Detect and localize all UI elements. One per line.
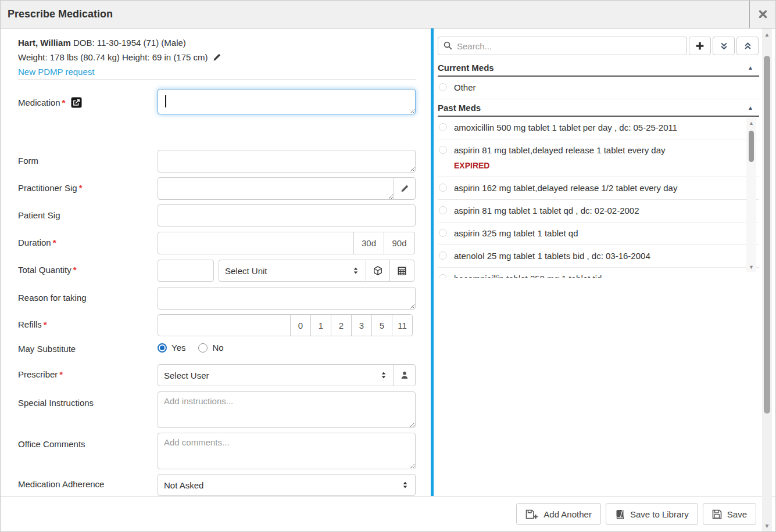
duration-input[interactable] xyxy=(158,232,354,254)
form-input[interactable] xyxy=(158,150,416,172)
medication-label: Medication* xyxy=(18,97,153,108)
expand-all-button[interactable] xyxy=(713,37,735,55)
special-instructions-input[interactable] xyxy=(158,391,416,428)
select-caret-icon xyxy=(400,480,410,490)
medication-adherence-label: Medication Adherence xyxy=(18,479,153,489)
select-caret-icon xyxy=(379,371,388,380)
pencil-icon xyxy=(400,184,409,193)
refills-11-button[interactable]: 11 xyxy=(392,314,413,336)
dialog-header: Prescribe Medication xyxy=(1,1,775,28)
search-icon xyxy=(443,41,453,51)
unit-select[interactable]: Select Unit xyxy=(219,260,366,282)
calculator-icon xyxy=(397,266,407,276)
refills-3-button[interactable]: 3 xyxy=(351,314,372,336)
reason-input[interactable] xyxy=(158,287,416,310)
scrollbar-up-icon[interactable]: ▲ xyxy=(746,119,756,127)
total-quantity-input[interactable] xyxy=(158,260,214,282)
page-scrollbar[interactable]: ▲ ▼ xyxy=(762,28,772,532)
scrollbar-up-icon[interactable]: ▲ xyxy=(762,30,772,39)
past-med-item[interactable]: atenolol 25 mg tablet 1 tablets bid , dc… xyxy=(438,245,759,268)
prescriber-select[interactable]: Select User xyxy=(158,364,394,386)
refills-label: Refills* xyxy=(18,319,153,329)
collapse-all-button[interactable] xyxy=(736,37,759,55)
scrollbar-thumb[interactable] xyxy=(749,131,754,162)
prescribe-medication-dialog: Prescribe Medication Hart, William DOB: … xyxy=(0,0,776,532)
edit-metrics-pencil-icon[interactable] xyxy=(213,53,221,62)
med-radio[interactable] xyxy=(439,184,447,192)
patient-name: Hart, William xyxy=(18,38,71,48)
prescription-form-pane: Hart, William DOB: 11-30-1954 (71) (Male… xyxy=(1,28,431,497)
package-lookup-button[interactable] xyxy=(366,260,390,282)
select-practitioner-button[interactable] xyxy=(394,364,416,386)
refills-2-button[interactable]: 2 xyxy=(331,314,352,336)
required-asterisk: * xyxy=(62,98,66,107)
required-asterisk: * xyxy=(44,319,47,329)
medication-adherence-select[interactable]: Not Asked xyxy=(158,474,416,496)
scrollbar-down-icon[interactable]: ▼ xyxy=(762,522,772,531)
total-quantity-label: Total Quantity* xyxy=(18,265,153,275)
substitute-no-label[interactable]: No xyxy=(212,343,223,353)
close-icon xyxy=(758,9,768,19)
required-asterisk: * xyxy=(59,369,63,379)
chevron-double-up-icon xyxy=(743,41,753,51)
med-radio[interactable] xyxy=(439,274,447,278)
med-text: amoxicillin 500 mg tablet 1 tablet per d… xyxy=(454,122,677,134)
meds-search-input[interactable] xyxy=(438,37,687,55)
past-meds-scrollbar[interactable]: ▲ ▼ xyxy=(746,118,756,272)
add-med-button[interactable] xyxy=(689,37,711,55)
current-med-item-other[interactable]: Other xyxy=(438,77,759,99)
past-med-item[interactable]: aspirin 162 mg tablet,delayed release 1/… xyxy=(438,177,759,200)
edit-sig-button[interactable] xyxy=(394,177,416,200)
refills-0-button[interactable]: 0 xyxy=(290,314,311,336)
med-radio[interactable] xyxy=(439,229,447,237)
office-comments-input[interactable] xyxy=(158,433,416,469)
past-med-item[interactable]: aspirin 325 mg tablet 1 tablet qd xyxy=(438,222,759,245)
special-instructions-label: Special Instructions xyxy=(18,398,153,408)
calculator-icon-button[interactable] xyxy=(389,260,414,282)
close-button[interactable] xyxy=(749,1,775,28)
book-icon xyxy=(615,509,625,519)
substitute-yes-radio[interactable] xyxy=(158,343,167,353)
med-radio[interactable] xyxy=(439,83,447,91)
medication-input[interactable] xyxy=(158,89,416,114)
substitute-yes-label[interactable]: Yes xyxy=(171,343,185,353)
past-med-item[interactable]: amoxicillin 500 mg tablet 1 tablet per d… xyxy=(438,117,759,139)
past-med-item[interactable]: aspirin 81 mg tablet,delayed release 1 t… xyxy=(438,139,759,177)
select-caret-icon xyxy=(351,266,360,275)
med-text: aspirin 81 mg tablet 1 tablet qd , dc: 0… xyxy=(454,205,639,217)
form-label: Form xyxy=(18,156,153,166)
medication-external-link-icon[interactable] xyxy=(71,97,82,108)
new-pdmp-request-link[interactable]: New PDMP request xyxy=(18,67,94,77)
past-meds-header[interactable]: Past Meds ▲ xyxy=(438,99,759,117)
scrollbar-down-icon[interactable]: ▼ xyxy=(746,263,756,271)
med-radio[interactable] xyxy=(439,206,447,214)
substitute-no-radio[interactable] xyxy=(198,343,208,353)
meds-panel: Current Meds ▲ Other Past Meds ▲ amoxici… xyxy=(431,28,759,497)
save-plus-icon xyxy=(525,509,538,519)
duration-30d-button[interactable]: 30d xyxy=(353,232,384,254)
duration-90d-button[interactable]: 90d xyxy=(384,232,415,254)
refills-5-button[interactable]: 5 xyxy=(371,314,392,336)
med-radio[interactable] xyxy=(439,123,447,131)
save-button[interactable]: Save xyxy=(703,503,756,525)
current-meds-header[interactable]: Current Meds ▲ xyxy=(438,59,759,77)
practitioner-sig-input[interactable] xyxy=(158,177,394,200)
collapse-triangle-icon: ▲ xyxy=(748,64,753,71)
patient-sig-input[interactable] xyxy=(158,204,416,227)
med-radio[interactable] xyxy=(439,251,447,260)
required-asterisk: * xyxy=(53,238,56,247)
past-med-item[interactable]: aspirin 81 mg tablet 1 tablet qd , dc: 0… xyxy=(438,200,759,222)
refills-1-button[interactable]: 1 xyxy=(310,314,331,336)
med-radio[interactable] xyxy=(439,146,447,154)
patient-demographics: DOB: 11-30-1954 (71) (Male) xyxy=(71,38,186,48)
add-another-button[interactable]: Add Another xyxy=(516,503,601,525)
refills-input[interactable] xyxy=(158,314,291,336)
scrollbar-thumb[interactable] xyxy=(764,56,770,414)
expired-status-badge: EXPIRED xyxy=(454,160,739,171)
save-to-library-button[interactable]: Save to Library xyxy=(606,503,698,525)
save-icon xyxy=(712,509,722,519)
dialog-footer: Add Another Save to Library Save xyxy=(1,496,775,531)
past-med-item[interactable]: bacampicillin tablet 250 mg 1 tablet tid xyxy=(438,268,759,278)
reason-label: Reason for taking xyxy=(18,293,153,303)
cube-icon xyxy=(373,265,383,276)
